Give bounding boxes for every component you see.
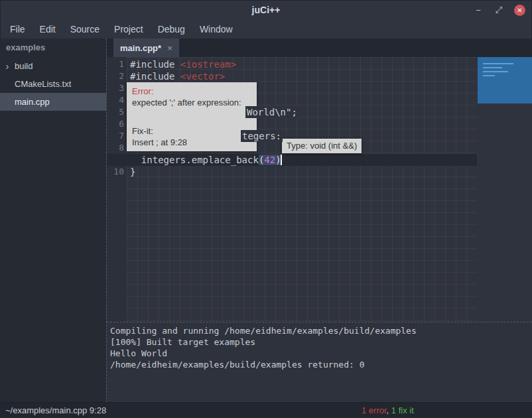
minimap[interactable] <box>478 57 532 104</box>
line-number: 8 <box>107 142 124 154</box>
line-number: 6 <box>107 118 124 130</box>
text-cursor <box>281 155 282 165</box>
line-number-gutter: 1 2 3 4 5 6 7 8 9 10 <box>107 57 127 322</box>
tab-label: main.cpp* <box>120 43 161 53</box>
preprocessor-token: #include <box>130 71 180 82</box>
maximize-button[interactable]: ⤢ <box>494 5 504 15</box>
line-number: 2 <box>107 70 124 82</box>
titlebar: juCi++ − ⤢ ✕ <box>0 0 532 20</box>
diagnostics-separator: , <box>387 405 391 415</box>
tab-maincpp[interactable]: main.cpp* × <box>113 38 179 57</box>
code-line-1: #include <iostream> <box>130 58 236 70</box>
line-number: 5 <box>107 106 124 118</box>
tree-item-label: main.cpp <box>15 97 50 107</box>
tree-item-label: CMakeLists.txt <box>15 79 71 89</box>
line-number: 4 <box>107 94 124 106</box>
minimize-button[interactable]: − <box>473 5 484 15</box>
code-token: integers.emplace_back <box>130 155 259 165</box>
tab-close-icon[interactable]: × <box>167 43 172 53</box>
tree-item-cmakelists[interactable]: CMakeLists.txt <box>0 75 106 93</box>
line-number: 1 <box>107 58 124 70</box>
window-title: juCi++ <box>252 5 281 15</box>
fixit-message: Insert ; at 9:28 <box>132 137 251 148</box>
minimap-line <box>483 63 513 64</box>
preprocessor-token: #include <box>130 59 180 70</box>
number-token: 42 <box>264 155 275 165</box>
terminal-output[interactable]: Compiling and running /home/eidheim/exam… <box>107 322 532 403</box>
main-panel: main.cpp* × 1 2 3 4 5 6 7 8 9 10 <box>106 38 532 403</box>
code-line-9: integers.emplace_back(42) <box>130 154 281 166</box>
type-tooltip: Type: void (int &&) <box>282 139 362 153</box>
error-label: Error: <box>132 86 251 97</box>
window-controls: − ⤢ ✕ <box>473 0 525 20</box>
line-number: 3 <box>107 82 124 94</box>
tooltip-gap <box>132 108 251 125</box>
line-number: 10 <box>107 166 124 178</box>
chevron-right-icon[interactable]: › <box>0 57 15 75</box>
project-name: examples <box>0 38 106 57</box>
header-token: <iostream> <box>180 59 236 70</box>
menu-item-edit[interactable]: Edit <box>33 21 63 37</box>
code-line-2: #include <vector> <box>130 70 225 82</box>
app-window: juCi++ − ⤢ ✕ File Edit Source Project De… <box>0 0 532 418</box>
statusbar: ~/examples/main.cpp 9:28 1 error, 1 fix … <box>0 402 532 418</box>
cursor-location: ~/examples/main.cpp 9:28 <box>0 405 106 415</box>
menu-item-file[interactable]: File <box>3 21 33 37</box>
bracket-match-highlight: (42) <box>259 155 281 165</box>
error-message: expected ';' after expression: <box>132 97 251 108</box>
tree-item-build[interactable]: › build <box>0 57 106 75</box>
close-button[interactable]: ✕ <box>514 5 525 16</box>
menu-item-project[interactable]: Project <box>107 21 151 37</box>
code-fragment-line5: World\n"; <box>245 106 299 118</box>
file-tree-panel: examples › build CMakeLists.txt main.cpp <box>0 38 106 403</box>
code-line-10: } <box>130 166 135 178</box>
tree-item-label: build <box>15 61 33 71</box>
minimap-line <box>483 75 495 76</box>
fixit-count: 1 fix it <box>391 405 414 415</box>
tree-item-maincpp[interactable]: main.cpp <box>0 93 106 111</box>
code-fragment-line7: tegers: <box>241 130 283 142</box>
menubar: File Edit Source Project Debug Window <box>0 20 532 38</box>
tabbar: main.cpp* × <box>107 38 532 57</box>
body: examples › build CMakeLists.txt main.cpp… <box>0 38 532 403</box>
fixit-label: Fix-it: <box>132 125 251 137</box>
error-count: 1 error <box>362 405 387 415</box>
minimap-line <box>483 71 508 72</box>
terminal-line: [100%] Built target examples <box>110 336 532 348</box>
minimap-line <box>483 67 502 68</box>
diagnostic-tooltip: Error: expected ';' after expression: Fi… <box>127 82 257 151</box>
terminal-line: Compiling and running /home/eidheim/exam… <box>110 325 532 336</box>
header-token: <vector> <box>180 71 225 82</box>
menu-item-window[interactable]: Window <box>192 21 240 37</box>
terminal-line: /home/eidheim/examples/build/examples re… <box>110 359 532 370</box>
diagnostics-summary[interactable]: 1 error, 1 fix it <box>362 405 414 415</box>
menu-item-debug[interactable]: Debug <box>151 21 192 37</box>
menu-item-source[interactable]: Source <box>63 21 107 37</box>
editor-pane: 1 2 3 4 5 6 7 8 9 10 #include <iostream>… <box>107 57 532 322</box>
terminal-line: Hello World <box>110 348 532 359</box>
line-number: 7 <box>107 130 124 142</box>
